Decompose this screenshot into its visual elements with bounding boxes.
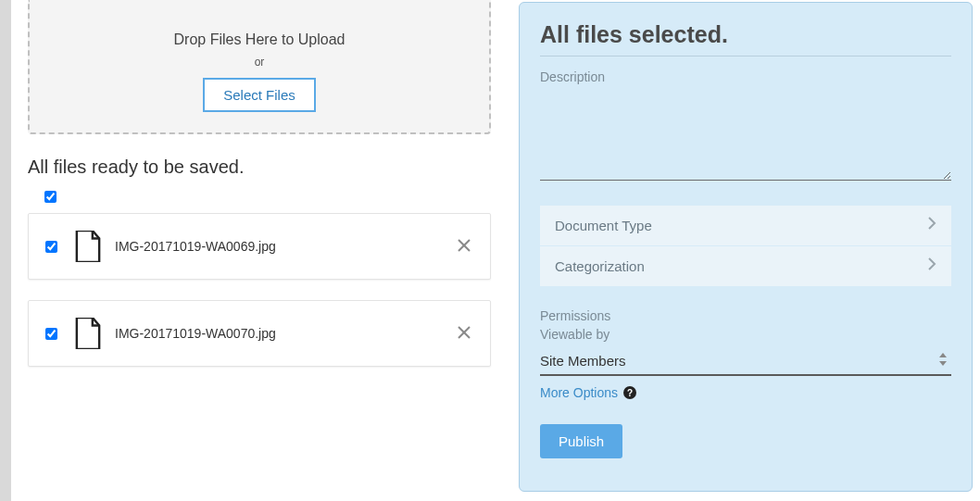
file-name: IMG-20171019-WA0070.jpg (115, 326, 455, 341)
more-options-link[interactable]: More Options (540, 385, 618, 400)
viewable-by-select[interactable]: Site Members (540, 347, 951, 376)
close-icon (457, 238, 471, 253)
accordion-categorization[interactable]: Categorization (540, 246, 951, 286)
accordion-label: Document Type (555, 218, 652, 233)
permissions-section: Permissions Viewable by Site Members Mor… (540, 308, 951, 400)
chevron-right-icon (927, 216, 936, 235)
dropzone-heading: Drop Files Here to Upload (48, 31, 471, 48)
left-gutter (0, 0, 11, 501)
dropzone[interactable]: Drop Files Here to Upload or Select File… (28, 0, 491, 134)
description-label: Description (540, 69, 951, 84)
dropzone-or-label: or (48, 56, 471, 69)
accordion-label: Categorization (555, 258, 645, 274)
accordion-group: Document Type Categorization (540, 206, 951, 286)
accordion-document-type[interactable]: Document Type (540, 206, 951, 246)
select-files-button[interactable]: Select Files (203, 78, 316, 112)
file-card: IMG-20171019-WA0069.jpg (28, 213, 491, 280)
file-list: IMG-20171019-WA0069.jpg IMG-20171019-WA0… (28, 213, 491, 367)
more-options-row: More Options ? (540, 385, 636, 400)
publish-button[interactable]: Publish (540, 424, 622, 458)
viewable-by-label: Viewable by (540, 327, 951, 342)
ready-heading: All files ready to be saved. (28, 157, 491, 178)
file-card: IMG-20171019-WA0070.jpg (28, 300, 491, 367)
upload-column: Drop Files Here to Upload or Select File… (11, 0, 509, 501)
panel-title: All files selected. (540, 21, 951, 56)
select-all-checkbox[interactable] (44, 191, 57, 203)
metadata-panel: All files selected. Description Document… (519, 2, 973, 492)
remove-file-button[interactable] (455, 324, 473, 343)
file-checkbox[interactable] (45, 241, 57, 253)
file-icon (74, 318, 102, 349)
chevron-right-icon (927, 257, 936, 276)
remove-file-button[interactable] (455, 237, 473, 256)
description-textarea[interactable] (540, 88, 951, 181)
permissions-heading: Permissions (540, 308, 951, 323)
file-checkbox[interactable] (45, 328, 57, 340)
file-icon (74, 231, 102, 262)
help-icon[interactable]: ? (623, 386, 636, 399)
file-name: IMG-20171019-WA0069.jpg (115, 239, 455, 254)
close-icon (457, 325, 471, 340)
